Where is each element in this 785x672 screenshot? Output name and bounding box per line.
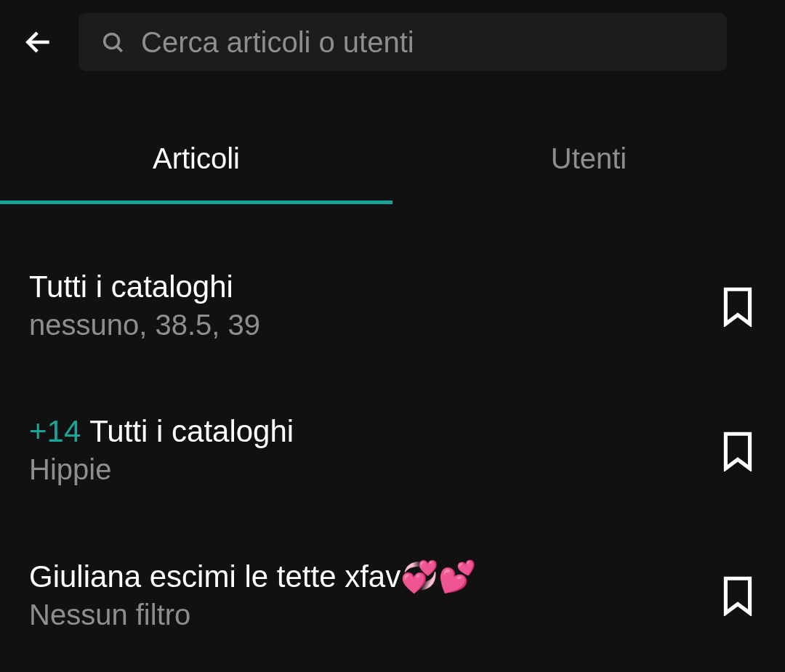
bookmark-button[interactable] — [720, 574, 756, 616]
search-input[interactable] — [141, 26, 705, 59]
arrow-left-icon — [23, 26, 55, 58]
item-badge: +14 — [29, 414, 81, 449]
item-title-text: Tutti i cataloghi — [89, 414, 294, 449]
header — [0, 0, 785, 84]
bookmark-icon — [720, 285, 756, 327]
tab-users[interactable]: Utenti — [392, 121, 785, 204]
list-item[interactable]: Giuliana escimi le tette xfav💞💕 Nessun f… — [29, 537, 756, 653]
svg-point-1 — [105, 34, 119, 49]
search-bar[interactable] — [78, 13, 727, 71]
tab-articles[interactable]: Articoli — [0, 121, 392, 204]
svg-line-2 — [117, 46, 122, 52]
bookmark-button[interactable] — [720, 429, 756, 471]
list-item-content: Tutti i cataloghi nessuno, 38.5, 39 — [29, 270, 698, 341]
tab-indicator — [0, 201, 392, 204]
tabs: Articoli Utenti — [0, 121, 785, 204]
item-title-text: Giuliana escimi le tette xfav💞💕 — [29, 559, 476, 594]
item-title: Giuliana escimi le tette xfav💞💕 — [29, 559, 698, 594]
search-list: Tutti i cataloghi nessuno, 38.5, 39 +14 … — [0, 204, 785, 653]
item-title: +14 Tutti i cataloghi — [29, 414, 698, 449]
item-subtitle: Nessun filtro — [29, 599, 698, 631]
item-subtitle: Hippie — [29, 453, 698, 486]
list-item-content: Giuliana escimi le tette xfav💞💕 Nessun f… — [29, 559, 698, 631]
list-item[interactable]: Tutti i cataloghi nessuno, 38.5, 39 — [29, 248, 756, 363]
search-icon — [100, 30, 125, 54]
list-item-content: +14 Tutti i cataloghi Hippie — [29, 414, 698, 486]
bookmark-icon — [720, 574, 756, 616]
item-title: Tutti i cataloghi — [29, 270, 698, 304]
bookmark-icon — [720, 429, 756, 471]
item-title-text: Tutti i cataloghi — [29, 270, 233, 304]
back-button[interactable] — [20, 24, 57, 60]
bookmark-button[interactable] — [720, 285, 756, 327]
list-item[interactable]: +14 Tutti i cataloghi Hippie — [29, 392, 756, 508]
item-subtitle: nessuno, 38.5, 39 — [29, 309, 698, 341]
